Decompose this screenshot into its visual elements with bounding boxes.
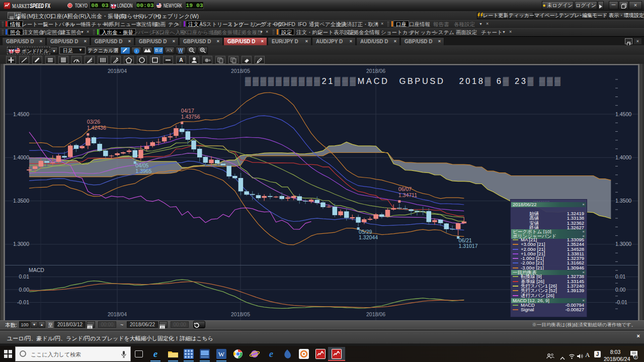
svg-text:1.43756: 1.43756 bbox=[181, 114, 200, 120]
svg-text:2018/04: 2018/04 bbox=[108, 68, 127, 74]
svg-text:2018/05: 2018/05 bbox=[231, 68, 250, 74]
svg-text:06/07: 06/07 bbox=[398, 186, 412, 192]
svg-text:03/26: 03/26 bbox=[87, 119, 100, 125]
svg-text:2018/06: 2018/06 bbox=[366, 311, 385, 317]
svg-text:1.3000: 1.3000 bbox=[615, 241, 631, 247]
svg-text:0.01: 0.01 bbox=[615, 274, 626, 280]
svg-text:0.00: 0.00 bbox=[19, 287, 30, 293]
svg-text:1.32044: 1.32044 bbox=[359, 234, 378, 240]
svg-text:1.42436: 1.42436 bbox=[87, 125, 106, 131]
svg-text:2018/06: 2018/06 bbox=[366, 68, 385, 74]
svg-text:▒▒▒▒▒▒▒▒▒▒21▒▒▒MACD GBPUSD 20: ▒▒▒▒▒▒▒▒▒▒21▒▒▒MACD GBPUSD 2018▒ 6▒ 23▒ … bbox=[245, 76, 562, 86]
svg-text:MACD: MACD bbox=[29, 267, 44, 273]
svg-text:0.00: 0.00 bbox=[615, 287, 626, 293]
svg-text:W: W bbox=[218, 350, 225, 358]
svg-text:2018/05: 2018/05 bbox=[231, 311, 250, 317]
svg-text:1.3000: 1.3000 bbox=[13, 241, 29, 247]
svg-text:1.34711: 1.34711 bbox=[398, 192, 417, 198]
svg-text:1.3965: 1.3965 bbox=[135, 168, 151, 174]
svg-text:1.3500: 1.3500 bbox=[615, 198, 631, 204]
svg-text:-0.01: -0.01 bbox=[615, 299, 627, 305]
svg-text:04/17: 04/17 bbox=[181, 108, 194, 114]
svg-text:-0.01: -0.01 bbox=[17, 299, 29, 305]
svg-text:1.4000: 1.4000 bbox=[615, 154, 631, 160]
svg-text:1.3500: 1.3500 bbox=[13, 198, 29, 204]
svg-text:1.4500: 1.4500 bbox=[615, 111, 631, 117]
svg-text:2018/04: 2018/04 bbox=[108, 311, 127, 317]
svg-text:0.01: 0.01 bbox=[19, 274, 30, 280]
svg-text:1.4000: 1.4000 bbox=[13, 154, 29, 160]
svg-text:1.4500: 1.4500 bbox=[13, 111, 29, 117]
svg-text:1.31017: 1.31017 bbox=[459, 243, 478, 249]
